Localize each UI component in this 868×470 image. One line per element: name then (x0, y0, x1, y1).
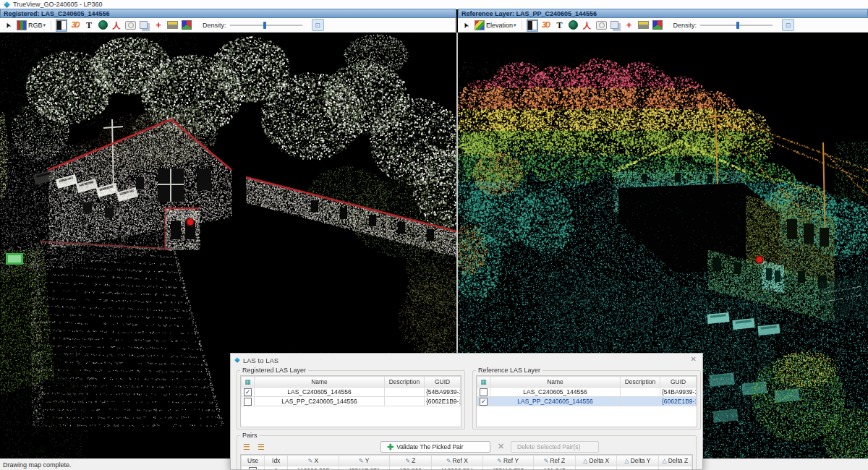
add-point-button[interactable]: + (153, 20, 163, 31)
globe-view-button[interactable] (98, 20, 108, 31)
column-name[interactable]: Name (255, 377, 385, 388)
delete-selected-pair-button[interactable]: Delete Selected Pair(s) (511, 441, 599, 453)
close-icon[interactable]: ✕ (691, 355, 697, 363)
registered-layer-table[interactable]: ▦ Name Description GUID ✓LAS_C240605_144… (240, 375, 461, 427)
layer-row[interactable]: ✓LAS_PP_C240605_144556{6062E1B9-117... (477, 397, 697, 406)
column-delta-x[interactable]: △Delta X (576, 456, 617, 466)
pedestrian-view-button[interactable]: 人 (111, 20, 122, 31)
layer-row[interactable]: ✓LAS_C240605_144556{54BA9939-19... (242, 388, 461, 397)
layer-row[interactable]: LAS_C240605_144556{54BA9939-19... (477, 388, 697, 397)
slider-handle[interactable] (736, 22, 739, 29)
profile-icon (638, 21, 649, 29)
layer-cell-name: LAS_PP_C240605_144556 (255, 397, 385, 406)
globe-view-button[interactable] (569, 20, 579, 31)
text-annotation-button[interactable]: T (84, 20, 94, 31)
pair-cell-delta_x: ------------ (576, 466, 617, 470)
density-slider-right[interactable] (700, 22, 773, 29)
3d-view-button[interactable]: 3D (541, 20, 551, 31)
dialog-title-bar[interactable]: LAS to LAS ✕ (231, 354, 702, 367)
column-y[interactable]: ✎Y (339, 456, 389, 466)
registered-panel-header[interactable]: Registered: LAS_C240605_144556 (0, 9, 456, 18)
pair-cell-ref_x: 116920.884 (432, 466, 482, 470)
column-z[interactable]: ✎Z (389, 456, 431, 466)
select-cursor-tool[interactable]: ➤ (3, 20, 13, 31)
dropdown-caret-icon: ▾ (514, 20, 516, 30)
reference-panel-title: Reference Layer: LAS_PP_C240605_144556 (461, 10, 597, 17)
pair-cell-idx: 1 (265, 466, 288, 470)
red-plus-icon: + (626, 20, 632, 30)
use-checkbox[interactable] (249, 467, 257, 470)
toolbar-end-button-left[interactable]: ⊡ (312, 19, 324, 31)
reference-layer-table[interactable]: ▦ Name Description GUID LAS_C240605_1445… (476, 375, 697, 427)
layer-row[interactable]: LAS_PP_C240605_144556{6062E1B9-117... (242, 397, 461, 406)
profile-tool-button[interactable] (167, 20, 178, 31)
split-view-button[interactable] (527, 20, 537, 31)
column-use[interactable]: Use (242, 456, 265, 466)
layer-icon-column: ▦ (477, 377, 490, 388)
column-idx[interactable]: Idx (265, 456, 288, 466)
pair-cell-ref_z: 161.645 (533, 466, 575, 470)
text-icon: T (86, 20, 92, 30)
pair-cell-z: 158.866 (389, 466, 431, 470)
pairs-toolbar: ☰ ☰ ✚ Validate The Picked Pair ✕ Delete … (240, 440, 693, 454)
text-annotation-button[interactable]: T (555, 20, 565, 31)
pair-cell-y: 453117.671 (339, 466, 389, 470)
column-guid[interactable]: GUID (425, 377, 461, 388)
las-to-las-dialog[interactable]: LAS to LAS ✕ Registered LAS Layer ▦ Name… (230, 353, 703, 470)
column-description[interactable]: Description (385, 377, 425, 388)
split-view-icon (56, 20, 67, 30)
layer-cell-description (385, 397, 425, 406)
delete-button-label: Delete Selected Pair(s) (517, 443, 580, 450)
layer-cell-description (621, 397, 660, 406)
camera-button[interactable] (596, 20, 607, 31)
pairs-table[interactable]: Use Idx ✎X ✎Y ✎Z ✎Ref X ✎Ref Y ✎Ref Z △D… (240, 454, 693, 470)
window-title: TrueView_GO-240605 - LP360 (13, 1, 103, 8)
copy-layers-button[interactable] (140, 20, 150, 31)
color-mode-dropdown-right[interactable]: Elevation ▾ (475, 20, 516, 31)
column-x[interactable]: ✎X (288, 456, 339, 466)
tin-display-button[interactable] (182, 20, 192, 31)
tin-display-button[interactable] (652, 20, 663, 31)
column-delta-z[interactable]: △Delta Z (658, 456, 692, 466)
select-cursor-tool[interactable]: ➤ (461, 20, 471, 31)
column-guid[interactable]: GUID (660, 377, 697, 388)
layer-cell-description (621, 388, 660, 397)
pair-cell-ref_y: 453118.783 (482, 466, 533, 470)
layer-checkbox[interactable]: ✓ (480, 398, 488, 406)
column-ref-x[interactable]: ✎Ref X (432, 456, 482, 466)
pair-list-view-button[interactable]: ☰ (243, 442, 250, 452)
toolbar-end-button-right[interactable]: ⊡ (782, 19, 794, 31)
pairs-group: Pairs ☰ ☰ ✚ Validate The Picked Pair ✕ D… (237, 432, 697, 470)
split-view-button[interactable] (56, 20, 67, 31)
slider-handle[interactable] (263, 22, 266, 29)
pair-detail-view-button[interactable]: ☰ (258, 442, 265, 452)
3d-view-button[interactable]: 3D (70, 20, 80, 31)
text-icon: T (557, 20, 563, 30)
layer-cell-description (385, 388, 425, 397)
coordinate-icon: ✎ (308, 458, 313, 464)
validate-picked-pair-button[interactable]: ✚ Validate The Picked Pair (380, 441, 490, 453)
layer-checkbox[interactable] (480, 388, 488, 396)
app-logo-icon (4, 1, 10, 8)
pair-cell-x: 116926.367 (288, 466, 339, 470)
camera-button[interactable] (125, 20, 136, 31)
layers-icon (610, 21, 618, 29)
profile-tool-button[interactable] (638, 20, 649, 31)
pair-row[interactable]: 1116926.367453117.671158.866116920.88445… (242, 466, 692, 470)
density-label-left: Density: (203, 22, 226, 29)
column-ref-y[interactable]: ✎Ref Y (482, 456, 533, 466)
copy-layers-button[interactable] (610, 20, 621, 31)
reference-panel-header[interactable]: Reference Layer: LAS_PP_C240605_144556 (458, 9, 868, 18)
add-point-button[interactable]: + (624, 20, 634, 31)
delta-icon: △ (583, 458, 587, 464)
column-ref-z[interactable]: ✎Ref Z (533, 456, 575, 466)
column-name[interactable]: Name (490, 377, 621, 388)
column-description[interactable]: Description (621, 377, 660, 388)
pedestrian-view-button[interactable]: 人 (582, 20, 592, 31)
color-mode-dropdown-left[interactable]: RGB ▾ (17, 20, 46, 31)
density-slider-left[interactable] (230, 22, 302, 29)
layer-checkbox[interactable] (244, 398, 252, 406)
column-delta-y[interactable]: △Delta Y (617, 456, 658, 466)
layer-checkbox[interactable]: ✓ (244, 388, 252, 396)
pair-cell-use[interactable] (242, 466, 265, 470)
